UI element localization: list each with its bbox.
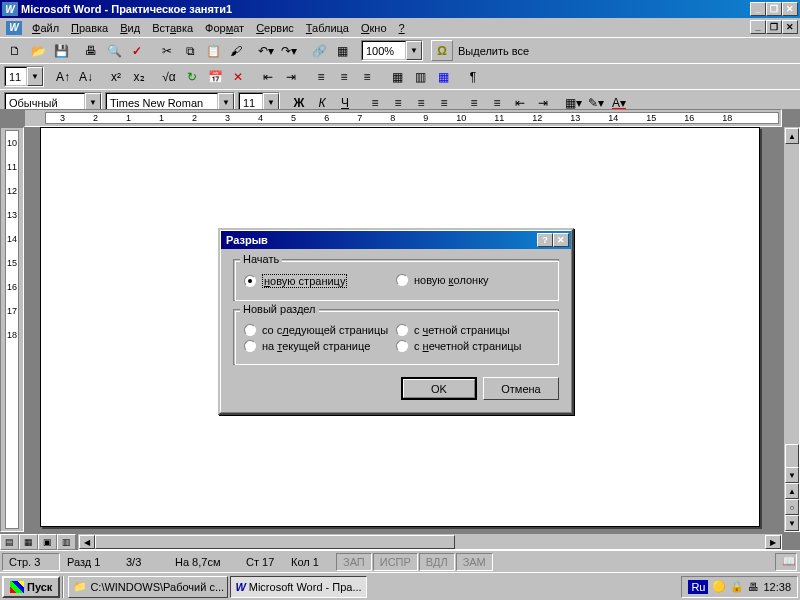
- paste-icon[interactable]: 📋: [202, 40, 224, 61]
- horizontal-ruler[interactable]: 3211234567891011121314151618: [24, 109, 782, 127]
- list-num-icon[interactable]: ≡: [333, 66, 355, 87]
- prev-page-icon[interactable]: ▲: [785, 483, 799, 499]
- radio-even-page[interactable]: с четной страницы: [396, 322, 548, 338]
- vertical-ruler[interactable]: 101112131415161718: [0, 127, 24, 532]
- maximize-button[interactable]: ❐: [766, 2, 782, 16]
- status-ovr[interactable]: ЗАМ: [456, 553, 493, 571]
- tray-printer-icon[interactable]: 🖶: [748, 581, 759, 593]
- status-trk[interactable]: ИСПР: [373, 553, 418, 571]
- normal-view-icon[interactable]: ▤: [0, 534, 19, 550]
- chevron-down-icon[interactable]: ▼: [27, 67, 43, 86]
- close2-icon[interactable]: ✕: [227, 66, 249, 87]
- outline-view-icon[interactable]: ▥: [57, 534, 76, 550]
- dialog-titlebar[interactable]: Разрыв ? ✕: [221, 231, 571, 249]
- chevron-down-icon[interactable]: ▼: [406, 41, 422, 60]
- horizontal-scrollbar[interactable]: ◀ ▶: [78, 534, 782, 550]
- font-grow-icon[interactable]: A↑: [52, 66, 74, 87]
- preview-icon[interactable]: 🔍: [103, 40, 125, 61]
- list-multi-icon[interactable]: ≡: [356, 66, 378, 87]
- sqrt-icon[interactable]: √α: [158, 66, 180, 87]
- status-rec[interactable]: ЗАП: [336, 553, 372, 571]
- print-icon[interactable]: 🖶: [80, 40, 102, 61]
- menu-table[interactable]: Таблица: [300, 20, 355, 36]
- tray-icon[interactable]: 🟡: [712, 580, 726, 593]
- undo-icon[interactable]: ↶▾: [255, 40, 277, 61]
- menu-window[interactable]: Окно: [355, 20, 393, 36]
- spellcheck-icon[interactable]: ✓: [126, 40, 148, 61]
- calendar-icon[interactable]: 📅: [204, 66, 226, 87]
- vertical-scrollbar[interactable]: ▲ ▼ ▲ ○ ▼: [784, 127, 800, 532]
- format-painter-icon[interactable]: 🖌: [225, 40, 247, 61]
- tray-time[interactable]: 12:38: [763, 581, 791, 593]
- taskbar-explorer[interactable]: 📁C:\WINDOWS\Рабочий с...: [68, 576, 228, 598]
- scroll-left-icon[interactable]: ◀: [79, 535, 95, 549]
- tables-borders-icon[interactable]: ▦: [331, 40, 353, 61]
- doc-icon[interactable]: W: [6, 21, 22, 35]
- doc-close-button[interactable]: ✕: [782, 20, 798, 34]
- browse-object-icon[interactable]: ○: [785, 499, 799, 515]
- indent-inc-icon[interactable]: ⇥: [280, 66, 302, 87]
- scroll-up-icon[interactable]: ▲: [785, 128, 799, 144]
- select-all-label[interactable]: Выделить все: [454, 45, 533, 57]
- indent-dec-icon[interactable]: ⇤: [257, 66, 279, 87]
- minimize-button[interactable]: _: [750, 2, 766, 16]
- taskbar-word[interactable]: WMicrosoft Word - Пра...: [230, 576, 366, 598]
- menu-view[interactable]: Вид: [114, 20, 146, 36]
- pagelayout-view-icon[interactable]: ▣: [38, 534, 57, 550]
- menu-format[interactable]: Формат: [199, 20, 250, 36]
- help-button[interactable]: ?: [537, 233, 553, 247]
- pilcrow-icon[interactable]: ¶: [462, 66, 484, 87]
- scroll-right-icon[interactable]: ▶: [765, 535, 781, 549]
- columns-icon[interactable]: ▥: [409, 66, 431, 87]
- doc-minimize-button[interactable]: _: [750, 20, 766, 34]
- status-page: Стр. 3: [2, 553, 60, 571]
- cut-icon[interactable]: ✂: [156, 40, 178, 61]
- status-ext[interactable]: ВДЛ: [419, 553, 455, 571]
- omega-icon[interactable]: Ω: [431, 40, 453, 61]
- menu-insert[interactable]: Вставка: [146, 20, 199, 36]
- menu-edit[interactable]: Правка: [65, 20, 114, 36]
- scroll-down-icon[interactable]: ▼: [785, 467, 799, 483]
- radio-new-column[interactable]: новую колонку: [396, 272, 548, 288]
- dialog-close-button[interactable]: ✕: [553, 233, 569, 247]
- radio-new-page[interactable]: новую страницу: [244, 272, 396, 290]
- windows-logo-icon: [10, 581, 24, 593]
- fontsize2-combo[interactable]: 11▼: [4, 66, 44, 87]
- refresh-icon[interactable]: ↻: [181, 66, 203, 87]
- menu-help[interactable]: ?: [393, 20, 411, 36]
- system-tray: Ru 🟡 🔒 🖶 12:38: [681, 576, 798, 598]
- font-shrink-icon[interactable]: A↓: [75, 66, 97, 87]
- radio-next-page[interactable]: со следующей страницы: [244, 322, 396, 338]
- status-book-icon[interactable]: 📖: [775, 553, 797, 571]
- cancel-button[interactable]: Отмена: [483, 377, 559, 400]
- weblayout-view-icon[interactable]: ▦: [19, 534, 38, 550]
- superscript-icon[interactable]: x²: [105, 66, 127, 87]
- list-bullet-icon[interactable]: ≡: [310, 66, 332, 87]
- zoom-combo[interactable]: 100% ▼: [361, 40, 423, 61]
- drawing-icon[interactable]: ▦: [432, 66, 454, 87]
- subscript-icon[interactable]: x₂: [128, 66, 150, 87]
- table-icon[interactable]: ▦: [386, 66, 408, 87]
- hyperlink-icon[interactable]: 🔗: [308, 40, 330, 61]
- close-button[interactable]: ✕: [782, 2, 798, 16]
- save-icon[interactable]: 💾: [50, 40, 72, 61]
- break-dialog: Разрыв ? ✕ Начать новую страницу новую к…: [218, 228, 574, 415]
- tray-lock-icon[interactable]: 🔒: [730, 580, 744, 593]
- radio-current-page[interactable]: на текущей странице: [244, 338, 396, 354]
- start-button[interactable]: Пуск: [2, 576, 60, 598]
- radio-odd-page[interactable]: с нечетной страницы: [396, 338, 548, 354]
- app-titlebar: W Microsoft Word - Практическое заняти1 …: [0, 0, 800, 18]
- redo-icon[interactable]: ↷▾: [278, 40, 300, 61]
- menubar: W Файл Правка Вид Вставка Формат Сервис …: [0, 18, 800, 37]
- open-icon[interactable]: 📂: [27, 40, 49, 61]
- lang-indicator[interactable]: Ru: [688, 580, 708, 594]
- status-col: Кол 1: [285, 553, 335, 571]
- ok-button[interactable]: OK: [401, 377, 477, 400]
- new-icon[interactable]: 🗋: [4, 40, 26, 61]
- scroll-thumb-h[interactable]: [95, 535, 455, 549]
- next-page-icon[interactable]: ▼: [785, 515, 799, 531]
- menu-file[interactable]: Файл: [26, 20, 65, 36]
- copy-icon[interactable]: ⧉: [179, 40, 201, 61]
- doc-restore-button[interactable]: ❐: [766, 20, 782, 34]
- menu-tools[interactable]: Сервис: [250, 20, 300, 36]
